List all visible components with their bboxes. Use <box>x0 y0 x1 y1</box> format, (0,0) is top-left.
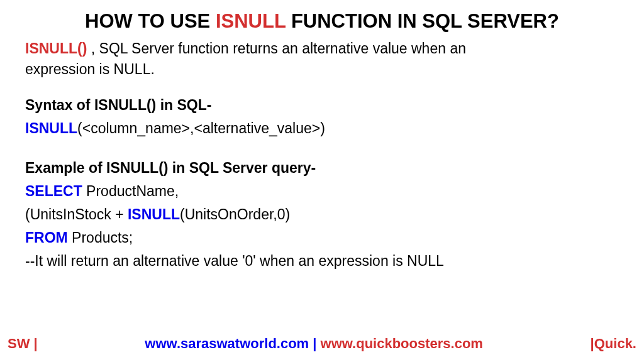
from-keyword: FROM <box>25 229 68 246</box>
example-comment: --It will return an alternative value '0… <box>25 251 619 271</box>
isnull-keyword: ISNULL <box>128 206 180 222</box>
intro-keyword: ISNULL() <box>25 40 87 57</box>
footer-right: |Quick. <box>591 336 636 352</box>
footer: SW | www.saraswatworld.com | www.quickbo… <box>0 336 644 352</box>
syntax-params: (<column_name>,<alternative_value>) <box>77 120 325 136</box>
title-part2: FUNCTION IN SQL SERVER? <box>286 10 559 32</box>
footer-url2: www.quickboosters.com <box>321 336 483 351</box>
page-title: HOW TO USE ISNULL FUNCTION IN SQL SERVER… <box>25 10 619 33</box>
intro-line2: expression is NULL. <box>25 60 619 79</box>
select-keyword: SELECT <box>25 183 82 199</box>
example-line1-rest: ProductName, <box>82 183 179 199</box>
example-line1: SELECT ProductName, <box>25 182 619 201</box>
example-line2-pre: (UnitsInStock + <box>25 206 128 222</box>
example-line3-rest: Products; <box>68 229 133 246</box>
footer-url1: www.saraswatworld.com <box>145 336 309 351</box>
syntax-line: ISNULL(<column_name>,<alternative_value>… <box>25 119 619 138</box>
example-line2-post: (UnitsOnOrder,0) <box>180 206 290 222</box>
title-highlight: ISNULL <box>216 10 286 32</box>
syntax-keyword: ISNULL <box>25 120 77 136</box>
intro-line1: ISNULL() , SQL Server function returns a… <box>25 39 619 58</box>
example-heading: Example of ISNULL() in SQL Server query- <box>25 160 619 177</box>
footer-sep: | <box>309 336 320 351</box>
intro-text1: , SQL Server function returns an alterna… <box>87 40 466 57</box>
footer-left: SW | <box>8 336 38 352</box>
example-line2: (UnitsInStock + ISNULL(UnitsOnOrder,0) <box>25 205 619 224</box>
syntax-heading: Syntax of ISNULL() in SQL- <box>25 97 619 114</box>
title-part1: HOW TO USE <box>85 10 216 32</box>
example-line3: FROM Products; <box>25 228 619 248</box>
footer-center: www.saraswatworld.com | www.quickbooster… <box>145 336 483 352</box>
